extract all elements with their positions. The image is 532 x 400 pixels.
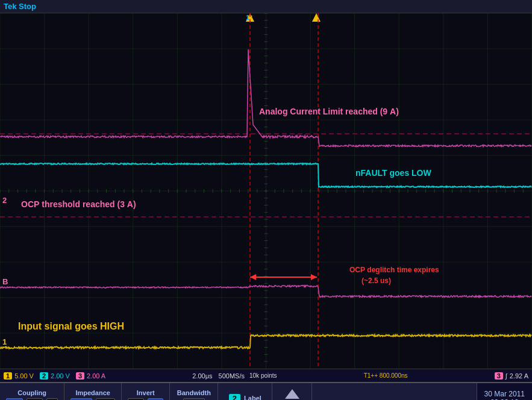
freq-status: 3 ∫ 2.92 A (495, 372, 528, 380)
ch2-value: 2.00 V (51, 372, 70, 380)
timebase-value: 2.00μs (192, 372, 212, 380)
label-ch-number: 2 (229, 394, 240, 401)
coupling-control[interactable]: Coupling DC AC ⏚ (0, 383, 64, 400)
scope-screen (0, 13, 532, 369)
more-button[interactable]: More (272, 383, 312, 400)
trigger-pos-value: T1++ 800.000ns (364, 372, 408, 379)
impedance-control[interactable]: Impedance 1MΩ 50Ω (64, 383, 122, 400)
timebase-status: 2.00μs (192, 372, 212, 380)
coupling-gnd[interactable]: ⏚ (46, 398, 58, 401)
label-btn-text: Label (244, 395, 261, 400)
bandwidth-title: Bandwidth (177, 389, 211, 396)
impedance-options: 1MΩ 50Ω (70, 398, 115, 401)
freq-value: 2.92 A (510, 372, 528, 380)
impedance-title: Impedance (75, 389, 110, 396)
datetime-display: 30 Mar 2011 02:03:13 (477, 383, 532, 400)
coupling-title: Coupling (17, 389, 46, 396)
coupling-dc[interactable]: DC (6, 398, 23, 401)
invert-options: On Off (128, 398, 163, 401)
ch3-status: 3 2.00 A (76, 372, 105, 380)
date-value: 30 Mar 2011 (484, 390, 525, 398)
sample-rate-value: 500MS/s (219, 372, 245, 380)
freq-symbol: ∫ (505, 372, 507, 380)
invert-title: Invert (137, 389, 155, 396)
ch2-label: 2 (40, 372, 48, 380)
bottom-panel: Coupling DC AC ⏚ Impedance 1MΩ 50Ω Inver… (0, 382, 532, 400)
coupling-options: DC AC ⏚ (6, 398, 58, 401)
invert-on[interactable]: On (128, 398, 144, 401)
points-value: 10k points (249, 372, 277, 379)
impedance-1m[interactable]: 1MΩ (70, 398, 92, 401)
ch1-value: 5.00 V (14, 372, 34, 380)
ch3-label: 3 (76, 372, 84, 380)
app-title: Tek Stop (4, 2, 36, 11)
status-bar: 1 5.00 V 2 2.00 V 3 2.00 A 2.00μs 500MS/… (0, 369, 532, 382)
ch1-label: 1 (4, 372, 12, 380)
invert-off[interactable]: Off (148, 398, 163, 401)
bandwidth-control[interactable]: Bandwidth Full (170, 383, 218, 400)
more-arrow-icon (285, 389, 299, 399)
invert-control[interactable]: Invert On Off (122, 383, 170, 400)
freq-ch-label: 3 (495, 372, 503, 380)
ch1-status: 1 5.00 V (4, 372, 34, 380)
label-control[interactable]: 2 Label (218, 383, 272, 400)
title-bar: Tek Stop (0, 0, 532, 13)
coupling-ac[interactable]: AC (27, 398, 43, 401)
impedance-50[interactable]: 50Ω (96, 398, 115, 401)
bandwidth-value[interactable]: Full (183, 398, 205, 401)
oscilloscope-canvas (0, 13, 532, 369)
sample-rate-status: 500MS/s 10k points (219, 372, 277, 380)
ch2-status: 2 2.00 V (40, 372, 70, 380)
trigger-pos-status: T1++ 800.000ns (364, 372, 408, 379)
ch3-value: 2.00 A (87, 372, 105, 380)
